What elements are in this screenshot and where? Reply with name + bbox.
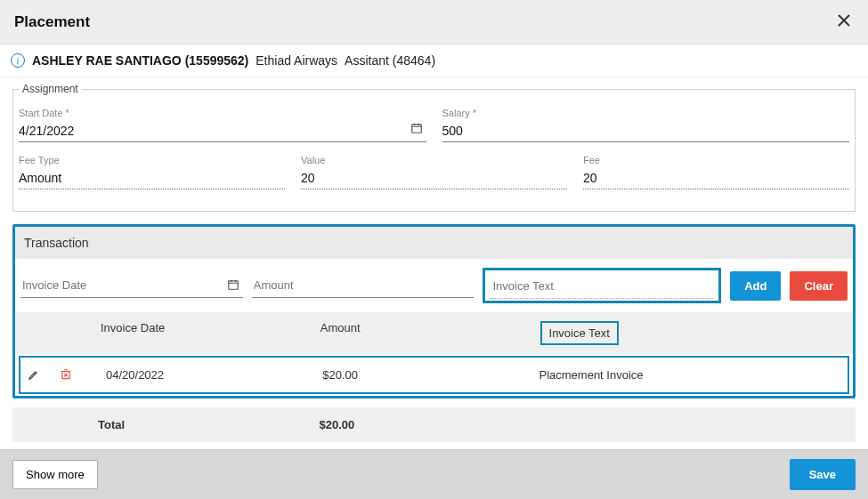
table-row: 04/20/2022 $20.00 Placmement Invoice bbox=[19, 356, 849, 394]
titlebar: Placement bbox=[0, 0, 868, 44]
assignment-legend: Assignment bbox=[19, 83, 82, 95]
invoice-date-input[interactable] bbox=[20, 273, 243, 298]
transaction-form: Add Clear bbox=[15, 259, 853, 312]
fee-type-label: Fee Type bbox=[19, 155, 285, 165]
amount-input[interactable] bbox=[252, 273, 475, 298]
value-value: 20 bbox=[301, 167, 567, 189]
modal-footer: Show more Save bbox=[0, 449, 868, 499]
transaction-section: Transaction Add Clear bbox=[12, 224, 856, 398]
row-amount: $20.00 bbox=[322, 368, 539, 382]
total-amount: $20.00 bbox=[320, 418, 541, 431]
transaction-table-head: Invoice Date Amount Invoice Text bbox=[15, 312, 853, 354]
placement-modal: Placement i ASHLEY RAE SANTIAGO (1559956… bbox=[0, 0, 868, 499]
calendar-icon[interactable] bbox=[410, 122, 423, 137]
row-date: 04/20/2022 bbox=[106, 368, 322, 382]
context-breadcrumb: i ASHLEY RAE SANTIAGO (15599562) Ethiad … bbox=[0, 44, 868, 77]
close-icon bbox=[838, 14, 850, 27]
start-date-label: Start Date * bbox=[19, 108, 426, 118]
save-button[interactable]: Save bbox=[790, 459, 856, 490]
fee-type-field[interactable]: Fee Type Amount bbox=[19, 155, 285, 189]
fee-label: Fee bbox=[583, 155, 849, 165]
page-title: Placement bbox=[14, 13, 90, 31]
position-name: Assitant (48464) bbox=[345, 53, 435, 68]
fee-type-value: Amount bbox=[19, 167, 285, 189]
total-row: Total $20.00 bbox=[12, 407, 856, 442]
company-name: Ethiad Airways bbox=[256, 53, 337, 68]
value-label: Value bbox=[301, 155, 567, 165]
salary-value: 500 bbox=[442, 120, 850, 142]
close-button[interactable] bbox=[834, 9, 854, 35]
col-amount: Amount bbox=[320, 321, 540, 345]
salary-field[interactable]: Salary * 500 bbox=[442, 108, 850, 142]
row-text: Placmement Invoice bbox=[539, 368, 842, 382]
candidate-name: ASHLEY RAE SANTIAGO (15599562) bbox=[32, 53, 248, 68]
total-label: Total bbox=[98, 418, 320, 431]
invoice-date-input-wrap bbox=[20, 273, 243, 298]
svg-rect-1 bbox=[228, 281, 238, 289]
edit-row-button[interactable] bbox=[26, 366, 42, 382]
clear-button[interactable]: Clear bbox=[790, 271, 848, 301]
fee-field[interactable]: Fee 20 bbox=[583, 155, 849, 189]
delete-row-button[interactable] bbox=[58, 366, 74, 382]
col-invoice-date: Invoice Date bbox=[101, 321, 320, 345]
start-date-value: 4/21/2022 bbox=[19, 120, 426, 142]
pencil-icon bbox=[28, 368, 40, 381]
value-field[interactable]: Value 20 bbox=[301, 155, 567, 189]
transaction-heading: Transaction bbox=[15, 227, 853, 259]
col-invoice-text: Invoice Text bbox=[540, 321, 848, 345]
content-area: Assignment Start Date * 4/21/2022 Salary… bbox=[0, 77, 868, 449]
calendar-icon[interactable] bbox=[227, 278, 239, 294]
amount-input-wrap bbox=[252, 273, 475, 298]
invoice-text-input[interactable] bbox=[491, 274, 713, 299]
trash-icon bbox=[60, 368, 72, 381]
add-button[interactable]: Add bbox=[730, 271, 781, 301]
invoice-text-input-wrap bbox=[483, 268, 721, 303]
salary-label: Salary * bbox=[442, 108, 850, 118]
start-date-field[interactable]: Start Date * 4/21/2022 bbox=[19, 108, 426, 142]
assignment-section: Assignment Start Date * 4/21/2022 Salary… bbox=[12, 83, 856, 212]
show-more-button[interactable]: Show more bbox=[12, 460, 98, 489]
fee-value-display: 20 bbox=[583, 167, 849, 189]
svg-rect-0 bbox=[411, 125, 421, 133]
invoice-text-header-highlight: Invoice Text bbox=[540, 321, 619, 345]
info-icon: i bbox=[11, 53, 25, 68]
